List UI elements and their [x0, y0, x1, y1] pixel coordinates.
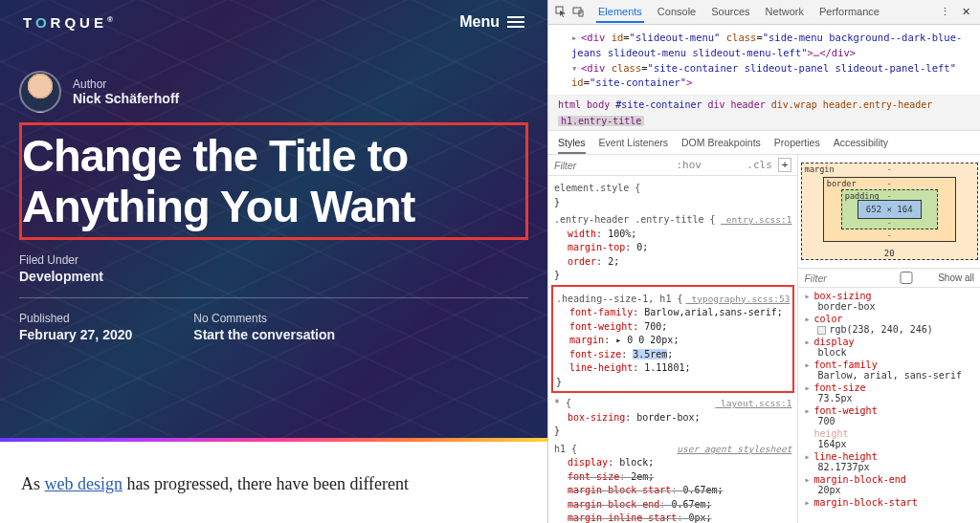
new-style-rule-button[interactable]: +	[778, 158, 792, 172]
inspect-icon[interactable]	[554, 6, 568, 19]
dom-tree[interactable]: ▸<div id="slideout-menu" class="side-men…	[548, 25, 980, 96]
page-preview: TORQUE® Menu Author Nick Schäferhoff Cha…	[0, 0, 547, 523]
styles-column: :hov .cls + element.style {} .entry-head…	[548, 155, 798, 523]
published-value: February 27, 2020	[19, 327, 132, 342]
tab-elements[interactable]: Elements	[596, 2, 644, 23]
tab-console[interactable]: Console	[656, 2, 698, 23]
filed-under-label: Filed Under	[19, 253, 103, 267]
devtools-close-icon[interactable]: ✕	[958, 6, 974, 18]
subtab-properties[interactable]: Properties	[774, 135, 820, 154]
hero-header: TORQUE® Menu Author Nick Schäferhoff Cha…	[0, 0, 547, 442]
page-title: Change the Title to Anything You Want	[22, 131, 518, 231]
cls-toggle[interactable]: .cls	[746, 159, 772, 171]
subtab-event-listeners[interactable]: Event Listeners	[599, 135, 668, 154]
dom-breadcrumb[interactable]: html body #site-container div header div…	[548, 96, 980, 131]
tab-performance[interactable]: Performance	[817, 2, 881, 23]
hamburger-icon	[507, 16, 524, 28]
devtools-main-tabs: Elements Console Sources Network Perform…	[596, 2, 881, 23]
show-all-checkbox[interactable]: Show all	[878, 272, 974, 284]
box-model-diagram[interactable]: margin- border- padding- 652 × 164 - - 2…	[798, 155, 980, 268]
author-name[interactable]: Nick Schäferhoff	[73, 91, 179, 106]
hov-toggle[interactable]: :hov	[676, 159, 702, 171]
devtools-more-icon[interactable]: ⋮	[936, 6, 954, 18]
site-logo[interactable]: TORQUE®	[23, 14, 117, 31]
devtools-panel: Elements Console Sources Network Perform…	[547, 0, 980, 523]
published-label: Published	[19, 312, 132, 325]
menu-toggle[interactable]: Menu	[459, 13, 524, 31]
styles-filter-input[interactable]	[554, 160, 631, 171]
web-design-link[interactable]: web design	[45, 474, 122, 493]
comments-label: No Comments	[193, 312, 335, 325]
subtab-accessibility[interactable]: Accessibility	[834, 135, 888, 154]
computed-filter-input[interactable]	[804, 272, 861, 284]
author-label: Author	[73, 77, 179, 91]
highlighted-rule-box: .heading--size-1, h1 {_typography.scss:5…	[551, 285, 794, 394]
subtab-dom-breakpoints[interactable]: DOM Breakpoints	[681, 135, 761, 154]
tab-network[interactable]: Network	[764, 2, 806, 23]
computed-styles[interactable]: ▸box-sizingborder-box ▸colorrgb(238, 240…	[798, 288, 980, 523]
avatar[interactable]	[19, 71, 61, 113]
menu-label: Menu	[459, 13, 500, 31]
title-highlight-box: Change the Title to Anything You Want	[19, 122, 528, 240]
computed-column: margin- border- padding- 652 × 164 - - 2…	[798, 155, 980, 523]
styles-subtabs: Styles Event Listeners DOM Breakpoints P…	[548, 131, 980, 155]
tab-sources[interactable]: Sources	[709, 2, 751, 23]
device-toggle-icon[interactable]	[571, 6, 585, 19]
comments-link[interactable]: Start the conversation	[193, 327, 335, 342]
article-body: As web design has progressed, there have…	[0, 442, 547, 494]
filed-under-value[interactable]: Development	[19, 269, 103, 284]
css-rules[interactable]: element.style {} .entry-header .entry-ti…	[548, 176, 797, 523]
subtab-styles[interactable]: Styles	[558, 135, 586, 154]
